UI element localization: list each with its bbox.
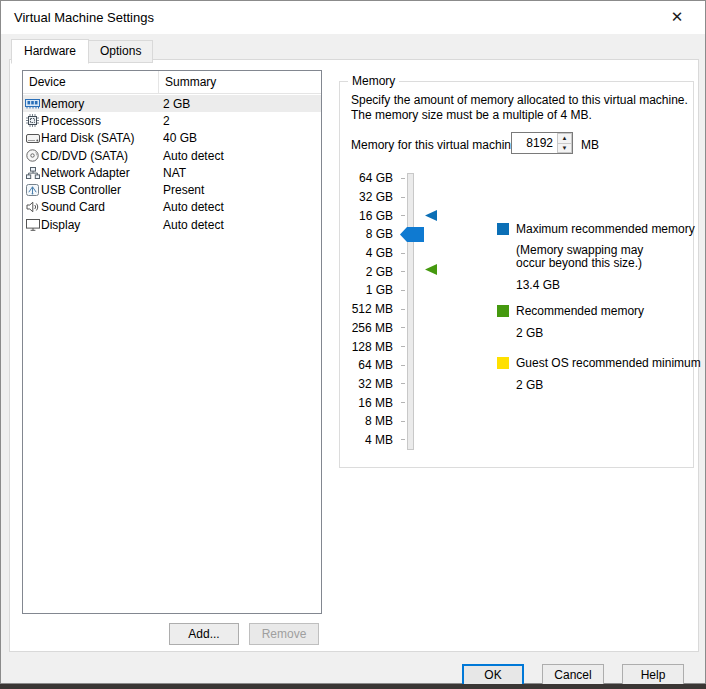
device-summary: Auto detect (158, 200, 224, 214)
device-list: Device Summary Memory 2 GB Processors 2 … (22, 70, 322, 614)
scale-tick: 1 GB (348, 281, 405, 300)
device-summary: Auto detect (158, 218, 224, 232)
memory-group: Memory Specify the amount of memory allo… (339, 81, 694, 468)
scale-tick: 64 MB (348, 356, 405, 375)
scale-tick: 16 GB (348, 206, 405, 225)
scale-tick: 32 GB (348, 188, 405, 207)
cancel-button[interactable]: Cancel (542, 664, 604, 686)
scale-tick-mark (401, 215, 405, 216)
scale-tick-mark (401, 365, 405, 366)
memory-icon (24, 97, 41, 110)
tab-strip: Hardware Options (11, 38, 153, 63)
memory-slider-handle[interactable] (400, 227, 424, 242)
scale-tick-label: 512 MB (348, 302, 393, 316)
tab-label: Options (100, 44, 141, 58)
device-summary: 2 GB (158, 97, 190, 111)
close-button[interactable]: ✕ (657, 1, 697, 33)
scale-tick: 128 MB (348, 337, 405, 356)
vm-settings-dialog: Virtual Machine Settings ✕ Hardware Opti… (0, 0, 706, 684)
scale-tick: 2 GB (348, 262, 405, 281)
scale-tick-mark (401, 346, 405, 347)
device-row-processors[interactable]: Processors 2 (23, 112, 321, 129)
max-recommended-marker-icon (425, 210, 437, 221)
scale-tick-mark (401, 402, 405, 403)
ok-button[interactable]: OK (462, 664, 524, 686)
device-row-memory[interactable]: Memory 2 GB (23, 95, 321, 112)
scale-tick: 64 GB (348, 169, 405, 188)
sound-card-icon (24, 201, 41, 214)
recommended-marker-icon (425, 264, 437, 275)
scale-tick-label: 8 GB (348, 227, 393, 241)
add-device-button[interactable]: Add... (169, 623, 239, 645)
scale-tick-mark (401, 271, 405, 272)
window-title: Virtual Machine Settings (14, 10, 154, 25)
device-row-hard-disk[interactable]: Hard Disk (SATA) 40 GB (23, 130, 321, 147)
device-row-display[interactable]: Display Auto detect (23, 216, 321, 233)
legend-max-recommended: Maximum recommended memory (Memory swapp… (497, 222, 695, 292)
legend-label: Recommended memory (516, 304, 644, 318)
legend-recommended: Recommended memory 2 GB (497, 304, 644, 340)
device-name: USB Controller (41, 183, 158, 197)
legend-color-swatch (497, 357, 509, 369)
device-summary: Present (158, 183, 204, 197)
scale-tick-label: 8 MB (348, 414, 393, 428)
legend-color-swatch (497, 305, 509, 317)
device-summary: 2 (158, 114, 170, 128)
scale-tick: 8 MB (348, 412, 405, 431)
cd-dvd-icon (24, 149, 41, 162)
scale-tick-label: 1 GB (348, 283, 393, 297)
legend-color-swatch (497, 223, 509, 235)
scale-tick: 4 GB (348, 244, 405, 263)
help-button[interactable]: Help (622, 664, 684, 686)
column-header-device[interactable]: Device (23, 71, 158, 93)
scale-tick-mark (401, 290, 405, 291)
scale-tick-label: 128 MB (348, 340, 393, 354)
device-row-usb-controller[interactable]: USB Controller Present (23, 181, 321, 198)
scale-tick-label: 4 MB (348, 433, 393, 447)
scale-tick-label: 16 GB (348, 209, 393, 223)
device-summary: Auto detect (158, 149, 224, 163)
device-name: Hard Disk (SATA) (41, 131, 158, 145)
scale-tick-mark (401, 327, 405, 328)
device-summary: NAT (158, 166, 186, 180)
scale-tick-label: 256 MB (348, 321, 393, 335)
scale-tick-mark (401, 439, 405, 440)
tab-options[interactable]: Options (88, 40, 153, 63)
scale-tick-label: 2 GB (348, 265, 393, 279)
tab-hardware[interactable]: Hardware (11, 39, 89, 64)
usb-controller-icon (24, 184, 41, 197)
legend-value: 13.4 GB (516, 278, 695, 292)
scale-tick: 32 MB (348, 375, 405, 394)
device-name: Processors (41, 114, 158, 128)
device-name: CD/DVD (SATA) (41, 149, 158, 163)
scale-tick: 4 MB (348, 431, 405, 450)
scale-tick-mark (401, 309, 405, 310)
scale-tick-mark (401, 178, 405, 179)
device-row-network-adapter[interactable]: Network Adapter NAT (23, 164, 321, 181)
legend-label: Maximum recommended memory (516, 222, 695, 236)
scale-tick-label: 32 MB (348, 377, 393, 391)
device-row-cd-dvd[interactable]: CD/DVD (SATA) Auto detect (23, 147, 321, 164)
memory-legend: Maximum recommended memory (Memory swapp… (497, 82, 692, 467)
device-name: Memory (41, 97, 158, 111)
scale-tick: 8 GB (348, 225, 405, 244)
memory-input-label: Memory for this virtual machine: (351, 138, 521, 152)
tab-label: Hardware (24, 44, 76, 58)
title-bar: Virtual Machine Settings ✕ (1, 1, 705, 34)
hard-disk-icon (24, 132, 41, 145)
device-row-sound-card[interactable]: Sound Card Auto detect (23, 199, 321, 216)
memory-slider-track[interactable] (407, 173, 414, 450)
device-list-header: Device Summary (23, 71, 321, 94)
device-name: Display (41, 218, 158, 232)
device-name: Sound Card (41, 200, 158, 214)
scale-tick-label: 4 GB (348, 246, 393, 260)
display-icon (24, 218, 41, 231)
legend-label: Guest OS recommended minimum (516, 356, 701, 370)
scale-tick-mark (401, 421, 405, 422)
scale-tick: 16 MB (348, 393, 405, 412)
remove-device-button: Remove (249, 623, 319, 645)
device-summary: 40 GB (158, 131, 197, 145)
column-header-summary[interactable]: Summary (158, 71, 321, 93)
device-name: Network Adapter (41, 166, 158, 180)
scale-tick-label: 16 MB (348, 396, 393, 410)
